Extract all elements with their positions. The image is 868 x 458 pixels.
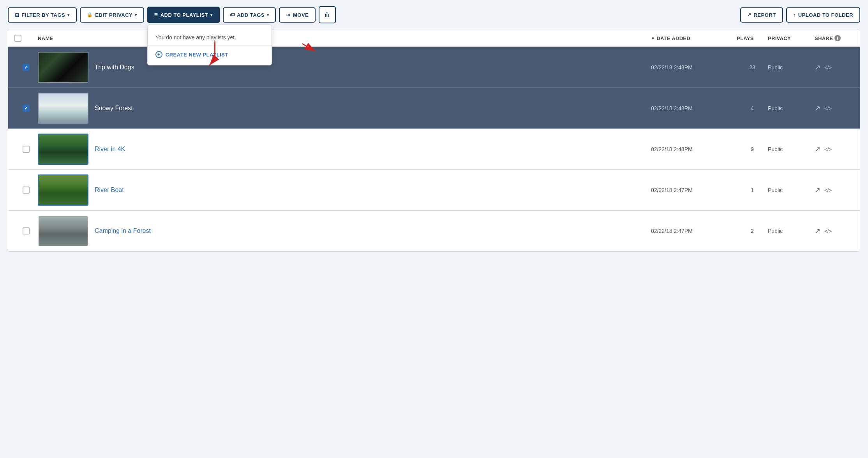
embed-icon[interactable]: </>	[824, 106, 832, 111]
share-icon[interactable]: ↗	[815, 227, 820, 235]
create-new-playlist-item[interactable]: + CREATE NEW PLAYLIST	[148, 47, 272, 62]
no-playlists-text: You do not have any playlists yet.	[148, 31, 272, 45]
header-privacy-col: PRIVACY	[768, 35, 815, 41]
filter-icon: ⊟	[15, 12, 19, 18]
privacy-status: Public	[768, 105, 815, 111]
add-to-playlist-button[interactable]: ≡ ADD TO PLAYLIST ▾	[147, 7, 220, 23]
row-name-col: Trip with Dogs	[38, 52, 651, 83]
video-thumbnail	[38, 52, 88, 83]
chevron-down-icon: ▾	[267, 13, 269, 17]
video-title[interactable]: River Boat	[95, 187, 124, 194]
add-tags-button[interactable]: 🏷 ADD TAGS ▾	[223, 7, 276, 23]
page-wrapper: ⊟ FILTER BY TAGS ▾ 🔒 EDIT PRIVACY ▾ ≡ AD…	[0, 0, 868, 252]
share-col: ↗ </>	[815, 186, 854, 194]
select-all-checkbox[interactable]	[14, 35, 21, 42]
share-col: ↗ </>	[815, 227, 854, 235]
trash-icon: 🗑	[324, 11, 330, 18]
embed-icon[interactable]: </>	[824, 228, 832, 234]
plus-circle-icon: +	[155, 51, 162, 58]
header-share-col: SHARE i	[815, 35, 854, 41]
plays-count: 4	[737, 105, 768, 111]
sort-down-icon: ▼	[651, 36, 655, 41]
row-checkbox-col	[14, 64, 38, 71]
add-to-playlist-dropdown: ≡ ADD TO PLAYLIST ▾ You do not have any …	[147, 7, 220, 23]
share-icon[interactable]: ↗	[815, 63, 820, 72]
row-checkbox-col	[14, 187, 38, 194]
table-header: NAME ▼ DATE ADDED PLAYS PRIVACY SHARE i	[8, 30, 860, 47]
thumbnail-image	[39, 93, 88, 123]
chevron-down-icon: ▾	[67, 13, 70, 17]
video-title: Trip with Dogs	[95, 64, 134, 71]
header-plays-col: PLAYS	[737, 35, 768, 41]
table-row: River Boat 02/22/18 2:47PM 1 Public ↗ </…	[8, 170, 860, 211]
report-icon: ↗	[747, 12, 752, 18]
date-added: 02/22/18 2:48PM	[651, 64, 737, 70]
row-checkbox-col	[14, 227, 38, 234]
date-added: 02/22/18 2:48PM	[651, 146, 737, 152]
video-table: NAME ▼ DATE ADDED PLAYS PRIVACY SHARE i …	[8, 30, 860, 252]
plays-count: 1	[737, 187, 768, 193]
video-title: Snowy Forest	[95, 105, 133, 112]
date-added: 02/22/18 2:47PM	[651, 187, 737, 193]
row-checkbox-col	[14, 105, 38, 112]
video-title[interactable]: River in 4K	[95, 146, 125, 153]
row-1-checkbox[interactable]	[23, 64, 30, 71]
share-icon[interactable]: ↗	[815, 186, 820, 194]
share-icon[interactable]: ↗	[815, 104, 820, 113]
row-name-col: River Boat	[38, 174, 651, 206]
table-row: Trip with Dogs 02/22/18 2:48PM 23 Public…	[8, 47, 860, 88]
move-icon: ⇥	[286, 12, 291, 18]
row-2-checkbox[interactable]	[23, 105, 30, 112]
edit-privacy-button[interactable]: 🔒 EDIT PRIVACY ▾	[80, 7, 144, 23]
embed-icon[interactable]: </>	[824, 146, 832, 152]
video-thumbnail	[38, 134, 88, 165]
report-button[interactable]: ↗ REPORT	[740, 7, 783, 23]
row-3-checkbox[interactable]	[23, 146, 30, 153]
plays-count: 2	[737, 228, 768, 234]
chevron-down-icon: ▾	[210, 13, 213, 17]
row-5-checkbox[interactable]	[23, 227, 30, 234]
share-info-icon[interactable]: i	[834, 35, 841, 41]
video-thumbnail	[38, 93, 88, 124]
header-date-col[interactable]: ▼ DATE ADDED	[651, 35, 737, 41]
privacy-status: Public	[768, 64, 815, 70]
embed-icon[interactable]: </>	[824, 187, 832, 193]
header-name-col: NAME	[38, 35, 651, 41]
share-col: ↗ </>	[815, 104, 854, 113]
share-col: ↗ </>	[815, 145, 854, 153]
filter-by-tags-button[interactable]: ⊟ FILTER BY TAGS ▾	[8, 7, 77, 23]
row-name-col: Camping in a Forest	[38, 215, 651, 247]
thumbnail-image	[39, 134, 88, 164]
playlist-dropdown-menu: You do not have any playlists yet. + CRE…	[147, 25, 272, 65]
table-row: Snowy Forest 02/22/18 2:48PM 4 Public ↗ …	[8, 88, 860, 129]
plays-count: 9	[737, 146, 768, 152]
date-added: 02/22/18 2:47PM	[651, 228, 737, 234]
upload-to-folder-button[interactable]: ↑ UPLOAD TO FOLDER	[786, 7, 860, 23]
upload-icon: ↑	[793, 12, 796, 18]
plays-count: 23	[737, 64, 768, 70]
chevron-down-icon: ▾	[135, 13, 137, 17]
row-checkbox-col	[14, 146, 38, 153]
dropdown-divider	[148, 45, 272, 46]
row-name-col: Snowy Forest	[38, 93, 651, 124]
embed-icon[interactable]: </>	[824, 65, 832, 70]
thumbnail-image	[39, 216, 88, 246]
thumbnail-image	[39, 175, 88, 205]
lock-icon: 🔒	[87, 12, 93, 18]
privacy-status: Public	[768, 187, 815, 193]
row-name-col: River in 4K	[38, 134, 651, 165]
share-icon[interactable]: ↗	[815, 145, 820, 153]
share-col: ↗ </>	[815, 63, 854, 72]
video-thumbnail	[38, 215, 88, 247]
delete-button[interactable]: 🗑	[319, 6, 336, 23]
toolbar-right-group: ↗ REPORT ↑ UPLOAD TO FOLDER	[740, 7, 860, 23]
toolbar: ⊟ FILTER BY TAGS ▾ 🔒 EDIT PRIVACY ▾ ≡ AD…	[0, 0, 868, 30]
video-title[interactable]: Camping in a Forest	[95, 227, 151, 234]
thumbnail-image	[39, 53, 88, 82]
date-added: 02/22/18 2:48PM	[651, 105, 737, 111]
row-4-checkbox[interactable]	[23, 187, 30, 194]
header-checkbox-col	[14, 35, 38, 42]
move-button[interactable]: ⇥ MOVE	[279, 7, 316, 23]
video-thumbnail	[38, 174, 88, 206]
privacy-status: Public	[768, 146, 815, 152]
